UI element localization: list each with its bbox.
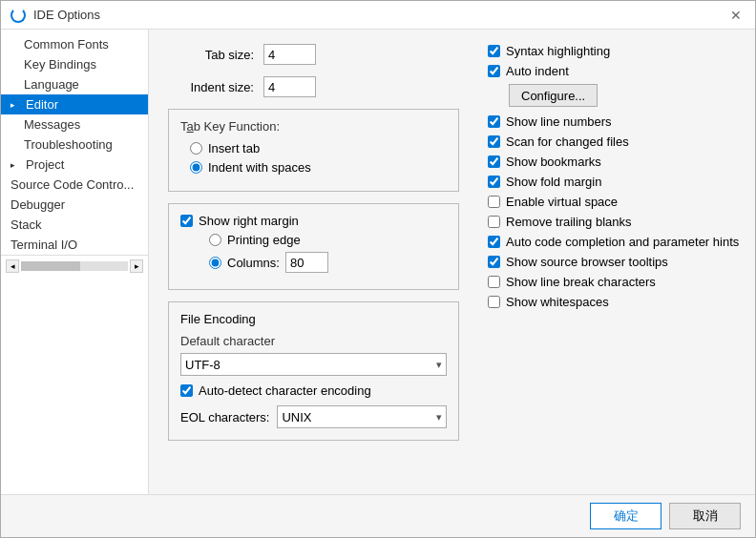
right-margin-section: Show right margin Printing edge Columns: (168, 203, 459, 290)
syntax-highlighting-row: Syntax highlighting (488, 44, 741, 58)
line-break-row: Show line break characters (488, 275, 741, 289)
printing-edge-row: Printing edge (200, 233, 447, 247)
line-break-checkbox[interactable] (488, 276, 500, 288)
show-line-numbers-row: Show line numbers (488, 114, 741, 129)
source-browser-checkbox[interactable] (488, 256, 500, 268)
cancel-button[interactable]: 取消 (669, 503, 741, 529)
dialog-title: IDE Options (33, 8, 100, 22)
encoding-select-wrapper: UTF-8 UTF-16 ISO-8859-1 ASCII (180, 353, 447, 376)
show-bookmarks-row: Show bookmarks (488, 155, 741, 169)
show-line-numbers-checkbox[interactable] (488, 115, 500, 128)
indent-size-input[interactable] (263, 76, 316, 97)
printing-edge-radio[interactable] (209, 234, 221, 246)
eol-select[interactable]: UNIX Windows Mac (277, 405, 447, 428)
show-bookmarks-label[interactable]: Show bookmarks (506, 155, 601, 169)
sidebar-item-debugger[interactable]: Debugger (1, 195, 148, 215)
indent-size-row: Indent size: (168, 76, 459, 97)
source-browser-label[interactable]: Show source browser tooltips (506, 255, 668, 269)
whitespaces-label[interactable]: Show whitespaces (506, 295, 609, 309)
sidebar-item-terminal-io[interactable]: Terminal I/O (1, 235, 148, 255)
indent-size-label: Indent size: (168, 80, 254, 94)
dialog-content: Common Fonts Key Bindings Language ▸ Edi… (1, 30, 755, 494)
columns-label[interactable]: Columns: (227, 256, 280, 270)
tab-size-input[interactable] (263, 44, 316, 65)
scan-changed-files-row: Scan for changed files (488, 134, 741, 149)
show-right-margin-label[interactable]: Show right margin (199, 214, 299, 228)
indent-spaces-row: Indent with spaces (180, 160, 447, 175)
scan-changed-label[interactable]: Scan for changed files (506, 134, 629, 149)
sidebar-item-common-fonts[interactable]: Common Fonts (1, 34, 148, 54)
virtual-space-checkbox[interactable] (488, 196, 500, 208)
expand-icon: ▸ (10, 100, 22, 110)
virtual-space-label[interactable]: Enable virtual space (506, 195, 618, 209)
columns-radio[interactable] (209, 257, 221, 269)
show-whitespaces-row: Show whitespaces (488, 295, 741, 309)
source-browser-row: Show source browser tooltips (488, 255, 741, 269)
auto-detect-label[interactable]: Auto-detect character encoding (199, 383, 371, 398)
indent-spaces-label[interactable]: Indent with spaces (208, 160, 311, 175)
indent-spaces-radio[interactable] (190, 161, 202, 174)
auto-detect-row: Auto-detect character encoding (180, 383, 447, 398)
sidebar-label: Editor (26, 97, 58, 112)
insert-tab-row: Insert tab (180, 141, 447, 155)
scroll-left-btn[interactable]: ◂ (6, 259, 19, 273)
insert-tab-radio[interactable] (190, 142, 202, 155)
sidebar-label: Debugger (10, 197, 65, 212)
title-bar-left: IDE Options (10, 8, 100, 23)
enable-virtual-space-row: Enable virtual space (488, 195, 741, 209)
auto-indent-row: Auto indent (488, 64, 741, 78)
sidebar-item-project[interactable]: ▸ Project (1, 155, 148, 175)
syntax-highlighting-label[interactable]: Syntax highlighting (506, 44, 610, 58)
sidebar-item-source-code-control[interactable]: Source Code Contro... (1, 175, 148, 195)
whitespaces-checkbox[interactable] (488, 296, 500, 308)
sidebar-item-key-bindings[interactable]: Key Bindings (1, 54, 148, 74)
sidebar-item-messages[interactable]: Messages (1, 114, 148, 134)
configure-row: Configure... (488, 84, 741, 114)
tab-key-section: Tab Key Function: Insert tab Indent with… (168, 109, 459, 192)
sidebar-item-editor[interactable]: ▸ Editor (1, 94, 148, 114)
sidebar-label: Terminal I/O (10, 238, 77, 252)
show-fold-margin-label[interactable]: Show fold margin (506, 175, 601, 189)
title-bar: IDE Options ✕ (1, 1, 755, 30)
sidebar-label: Troubleshooting (24, 137, 113, 152)
show-line-numbers-label[interactable]: Show line numbers (506, 114, 612, 129)
tab-key-title: Tab Key Function: (180, 119, 447, 134)
ide-options-dialog: IDE Options ✕ Common Fonts Key Bindings … (0, 0, 756, 538)
sidebar-label: Project (26, 157, 64, 172)
syntax-highlighting-checkbox[interactable] (488, 45, 500, 57)
trailing-blanks-checkbox[interactable] (488, 216, 500, 228)
configure-button[interactable]: Configure... (509, 84, 598, 107)
columns-row: Columns: (200, 252, 447, 273)
sidebar-item-troubleshooting[interactable]: Troubleshooting (1, 134, 148, 155)
ok-button[interactable]: 确定 (590, 503, 662, 529)
trailing-blanks-label[interactable]: Remove trailing blanks (506, 215, 632, 229)
scroll-right-btn[interactable]: ▸ (130, 259, 143, 273)
file-encoding-section: File Encoding Default character UTF-8 UT… (168, 301, 459, 441)
line-break-label[interactable]: Show line break characters (506, 275, 656, 289)
sidebar-item-language[interactable]: Language (1, 74, 148, 94)
printing-edge-label[interactable]: Printing edge (227, 233, 301, 247)
auto-code-label[interactable]: Auto code completion and parameter hints (506, 235, 739, 249)
show-right-margin-checkbox[interactable] (180, 215, 193, 227)
remove-trailing-blanks-row: Remove trailing blanks (488, 215, 741, 229)
tab-size-row: Tab size: (168, 44, 459, 65)
encoding-select[interactable]: UTF-8 UTF-16 ISO-8859-1 ASCII (180, 353, 447, 376)
auto-code-checkbox[interactable] (488, 236, 500, 248)
sidebar-label: Common Fonts (24, 37, 109, 52)
auto-indent-label[interactable]: Auto indent (506, 64, 569, 78)
columns-input[interactable] (285, 252, 328, 273)
insert-tab-label[interactable]: Insert tab (208, 141, 260, 155)
tab-key-title-rest: b Key Function: (194, 119, 280, 134)
show-bookmarks-checkbox[interactable] (488, 155, 500, 168)
tab-size-label: Tab size: (168, 48, 254, 62)
show-fold-margin-checkbox[interactable] (488, 176, 500, 188)
auto-detect-checkbox[interactable] (180, 384, 193, 397)
auto-indent-checkbox[interactable] (488, 65, 500, 77)
sidebar-item-stack[interactable]: Stack (1, 215, 148, 235)
close-button[interactable]: ✕ (726, 6, 746, 25)
sidebar: Common Fonts Key Bindings Language ▸ Edi… (1, 30, 149, 494)
sidebar-label: Messages (24, 117, 80, 132)
scan-changed-checkbox[interactable] (488, 135, 500, 148)
sidebar-label: Key Bindings (24, 57, 96, 72)
file-encoding-title: File Encoding (180, 312, 447, 326)
